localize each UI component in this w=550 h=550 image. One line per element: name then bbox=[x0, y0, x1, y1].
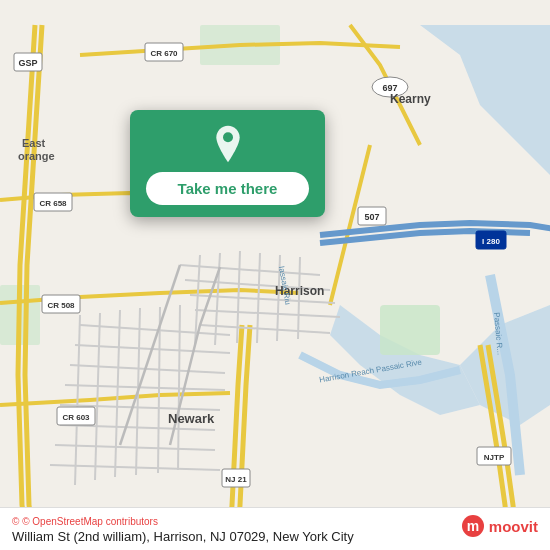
osm-credit-text: © OpenStreetMap contributors bbox=[22, 516, 158, 527]
svg-text:GSP: GSP bbox=[18, 58, 37, 68]
svg-line-24 bbox=[115, 310, 120, 477]
address-text: William St (2nd william), Harrison, NJ 0… bbox=[12, 529, 538, 544]
svg-line-13 bbox=[298, 257, 300, 339]
location-pin-icon bbox=[208, 124, 248, 164]
svg-line-23 bbox=[95, 313, 100, 480]
svg-text:CR 658: CR 658 bbox=[39, 199, 67, 208]
moovit-text: moovit bbox=[489, 518, 538, 535]
location-tooltip-card: Take me there bbox=[130, 110, 325, 217]
svg-line-17 bbox=[65, 385, 225, 390]
svg-line-7 bbox=[200, 325, 330, 333]
svg-text:Kearny: Kearny bbox=[390, 92, 431, 106]
svg-line-14 bbox=[80, 325, 230, 335]
svg-point-56 bbox=[223, 132, 233, 142]
svg-text:NJ 21: NJ 21 bbox=[225, 475, 247, 484]
map-container: GSP CR 670 697 CR 658 507 CR 508 I 280 C… bbox=[0, 0, 550, 550]
svg-text:m: m bbox=[467, 518, 479, 534]
moovit-logo: m moovit bbox=[461, 514, 538, 538]
svg-text:507: 507 bbox=[364, 212, 379, 222]
osm-credit: © © OpenStreetMap contributors bbox=[12, 516, 538, 527]
svg-rect-0 bbox=[380, 305, 440, 355]
svg-line-20 bbox=[55, 445, 215, 450]
map-svg: GSP CR 670 697 CR 658 507 CR 508 I 280 C… bbox=[0, 0, 550, 550]
take-me-there-button[interactable]: Take me there bbox=[146, 172, 309, 205]
svg-text:NJTP: NJTP bbox=[484, 453, 505, 462]
svg-text:orange: orange bbox=[18, 150, 55, 162]
copyright-symbol: © bbox=[12, 516, 19, 527]
svg-line-27 bbox=[178, 305, 180, 470]
svg-text:CR 670: CR 670 bbox=[150, 49, 178, 58]
moovit-m-icon: m bbox=[461, 514, 485, 538]
svg-text:I 280: I 280 bbox=[482, 237, 500, 246]
svg-text:CR 508: CR 508 bbox=[47, 301, 75, 310]
svg-text:CR 603: CR 603 bbox=[62, 413, 90, 422]
svg-text:Newark: Newark bbox=[168, 411, 215, 426]
svg-text:East: East bbox=[22, 137, 46, 149]
